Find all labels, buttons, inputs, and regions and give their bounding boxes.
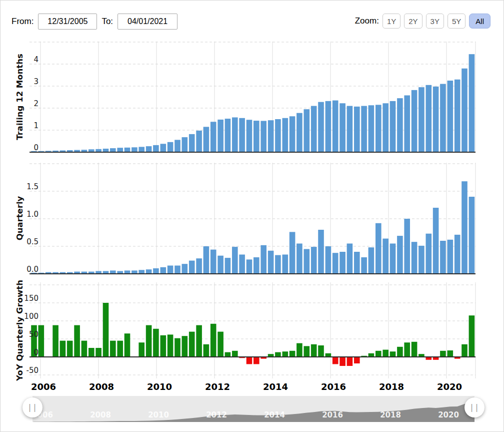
bar[interactable]: [182, 137, 188, 152]
bar[interactable]: [440, 351, 446, 357]
bar[interactable]: [67, 341, 73, 357]
bar[interactable]: [138, 270, 144, 274]
bar[interactable]: [282, 255, 288, 274]
bar[interactable]: [160, 335, 166, 357]
bar[interactable]: [239, 118, 245, 152]
bar[interactable]: [182, 336, 188, 357]
bar[interactable]: [304, 109, 310, 152]
bar[interactable]: [138, 342, 144, 357]
bar[interactable]: [448, 350, 454, 357]
bar[interactable]: [448, 81, 454, 152]
bar[interactable]: [268, 251, 274, 274]
bar[interactable]: [174, 338, 180, 357]
bar[interactable]: [296, 113, 302, 152]
bar[interactable]: [124, 148, 130, 152]
bar[interactable]: [282, 351, 288, 357]
bar[interactable]: [462, 181, 468, 274]
bar[interactable]: [225, 258, 231, 274]
bar[interactable]: [117, 148, 123, 152]
bar[interactable]: [318, 102, 324, 152]
bar[interactable]: [290, 116, 296, 152]
bar[interactable]: [225, 352, 231, 357]
bar[interactable]: [318, 345, 324, 357]
bars[interactable]: [31, 181, 474, 274]
chart-panel-2[interactable]: -50050100150YoY Quarterly Growth: [15, 280, 476, 381]
bar[interactable]: [88, 348, 94, 357]
bar[interactable]: [469, 197, 475, 274]
bar[interactable]: [168, 334, 174, 357]
bar[interactable]: [160, 267, 166, 274]
bar[interactable]: [196, 325, 202, 357]
bar[interactable]: [218, 256, 224, 274]
bar[interactable]: [268, 120, 274, 152]
bar[interactable]: [254, 121, 260, 152]
bar[interactable]: [418, 87, 424, 152]
bar[interactable]: [275, 119, 281, 152]
bar[interactable]: [390, 101, 396, 152]
bars[interactable]: [31, 54, 474, 152]
bar[interactable]: [60, 341, 66, 357]
bar[interactable]: [354, 107, 360, 152]
bar[interactable]: [311, 344, 317, 357]
bar[interactable]: [376, 351, 382, 357]
bar[interactable]: [332, 253, 338, 274]
bar[interactable]: [246, 259, 252, 274]
chart-panel-1[interactable]: 0.00.51.01.5Quarterly: [15, 163, 476, 274]
bar[interactable]: [404, 342, 410, 357]
bar[interactable]: [74, 325, 80, 357]
bar[interactable]: [296, 343, 302, 357]
chart-panel-0[interactable]: 01234Trailing 12 Months: [15, 42, 476, 152]
bar[interactable]: [361, 257, 367, 274]
bar[interactable]: [418, 246, 424, 274]
bar[interactable]: [390, 244, 396, 274]
bar[interactable]: [96, 348, 102, 357]
bar[interactable]: [232, 118, 238, 153]
bar[interactable]: [326, 353, 332, 357]
zoom-button-2y[interactable]: 2Y: [404, 14, 422, 29]
bar[interactable]: [304, 346, 310, 357]
bar[interactable]: [304, 249, 310, 274]
bar[interactable]: [210, 324, 216, 357]
bar[interactable]: [340, 103, 346, 152]
bar[interactable]: [153, 329, 159, 357]
bar[interactable]: [397, 347, 403, 357]
bar[interactable]: [160, 144, 166, 152]
bar[interactable]: [132, 147, 138, 152]
bar[interactable]: [354, 252, 360, 274]
bar[interactable]: [189, 134, 195, 152]
bar[interactable]: [454, 235, 460, 274]
bar[interactable]: [168, 142, 174, 152]
bar[interactable]: [440, 241, 446, 274]
bar[interactable]: [326, 101, 332, 152]
bar[interactable]: [332, 357, 338, 364]
bar[interactable]: [347, 244, 353, 274]
bar[interactable]: [239, 255, 245, 274]
bar[interactable]: [254, 357, 260, 364]
bar[interactable]: [412, 90, 418, 152]
bar[interactable]: [382, 239, 388, 274]
bar[interactable]: [38, 325, 44, 357]
bar[interactable]: [174, 140, 180, 152]
bar[interactable]: [153, 268, 159, 274]
bar[interactable]: [174, 266, 180, 274]
bar[interactable]: [462, 344, 468, 357]
bar[interactable]: [246, 357, 252, 364]
bar[interactable]: [340, 357, 346, 366]
bar[interactable]: [332, 101, 338, 152]
range-navigator[interactable]: 20062008201020122014201620182020: [32, 396, 474, 422]
bar[interactable]: [290, 351, 296, 357]
bar[interactable]: [376, 105, 382, 152]
bar[interactable]: [117, 341, 123, 357]
bar[interactable]: [232, 247, 238, 274]
bar[interactable]: [210, 250, 216, 274]
bar[interactable]: [412, 242, 418, 274]
bar[interactable]: [397, 98, 403, 152]
bar[interactable]: [246, 120, 252, 152]
bar[interactable]: [469, 315, 475, 357]
bar[interactable]: [260, 245, 266, 274]
bar[interactable]: [469, 54, 475, 152]
bar[interactable]: [448, 240, 454, 274]
zoom-button-1y[interactable]: 1Y: [382, 14, 400, 29]
bar[interactable]: [254, 257, 260, 274]
bar[interactable]: [138, 147, 144, 152]
